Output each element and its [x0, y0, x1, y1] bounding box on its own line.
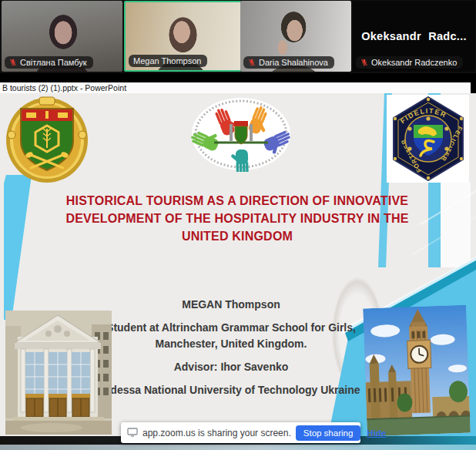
muted-mic-icon: [9, 59, 17, 66]
participant-name-label: Megan Thompson: [129, 55, 207, 67]
university-line: Odessa National University of Technology…: [94, 382, 368, 398]
participant-name-label: Daria Shalahinova: [243, 56, 334, 69]
big-ben-photo: [363, 305, 471, 436]
powerpoint-title-bar[interactable]: B tourists (2) (1).pptx - PowerPoint: [0, 82, 471, 93]
participant-tile-megan-active-speaker[interactable]: Megan Thompson: [124, 1, 242, 72]
slide-body-text: MEGAN Thompson Student at Altrincham Gra…: [94, 297, 368, 405]
stop-sharing-button[interactable]: Stop sharing: [296, 425, 361, 441]
participant-placeholder-name: Okeksandr Radc...: [353, 30, 475, 42]
conference-hands-emblem-logo: [183, 96, 299, 172]
muted-mic-icon: [360, 59, 368, 66]
slide-title: HISTORICAL TOURISM AS A DIRECTION OF INN…: [45, 192, 430, 245]
hide-link[interactable]: Hide: [367, 428, 386, 438]
participant-tile-svitlana[interactable]: Світлана Памбук: [2, 1, 122, 72]
participant-name-text: Megan Thompson: [133, 56, 201, 65]
decor-left-blue-band: [4, 175, 32, 320]
participant-name-label: Світлана Памбук: [5, 56, 93, 69]
screen-share-icon: [127, 426, 138, 440]
presenter-name: MEGAN Thompson: [94, 297, 368, 313]
participant-name-text: Світлана Памбук: [20, 58, 87, 67]
participant-tile-okeksandr-no-video[interactable]: Okeksandr Radc... Okeksandr Radczenko: [353, 1, 475, 72]
zoom-meeting-screen: Світлана Памбук Megan Thompson Daria Sha…: [0, 0, 476, 450]
participant-tile-daria[interactable]: Daria Shalahinova: [240, 1, 351, 72]
participant-name-text: Okeksandr Radczenko: [371, 58, 457, 67]
share-message: app.zoom.us is sharing your screen.: [142, 428, 291, 438]
presentation-slide: FIDELITER FELICITER FORTITER HISTORICAL …: [0, 93, 476, 436]
presenter-affiliation: Student at Altrincham Grammar School for…: [94, 320, 368, 352]
university-coat-of-arms-logo: [5, 96, 89, 183]
participant-name-text: Daria Shalahinova: [259, 58, 328, 67]
muted-mic-icon: [248, 59, 256, 66]
bottom-light-strip: [0, 445, 476, 450]
grammar-school-crest-logo: FIDELITER FELICITER FORTITER: [390, 96, 467, 181]
window-title: B tourists (2) (1).pptx - PowerPoint: [2, 82, 126, 93]
participant-name-label: Okeksandr Radczenko: [356, 56, 463, 69]
university-building-painting: [5, 311, 112, 435]
screen-share-bar[interactable]: app.zoom.us is sharing your screen. Stop…: [121, 422, 360, 443]
advisor-line: Advisor: Ihor Savenko: [94, 359, 368, 375]
participants-strip: Світлана Памбук Megan Thompson Daria Sha…: [0, 0, 476, 73]
